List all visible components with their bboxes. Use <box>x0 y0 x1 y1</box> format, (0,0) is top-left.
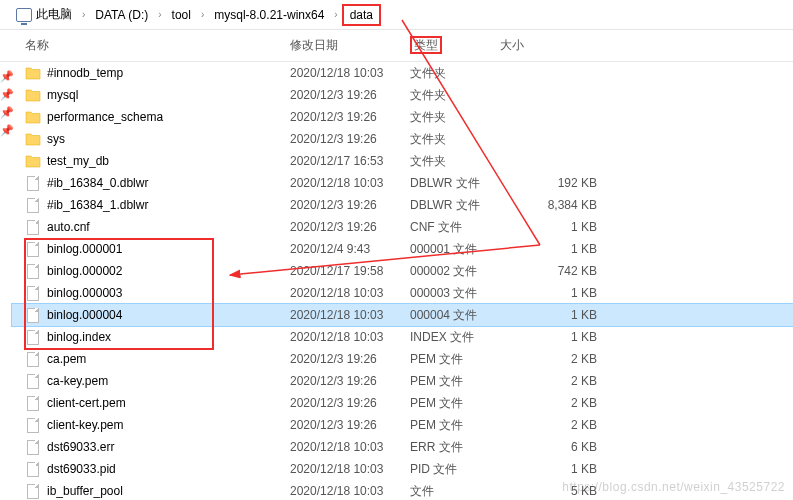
file-type: 000001 文件 <box>410 241 515 258</box>
file-icon <box>25 351 41 367</box>
file-list: #innodb_temp2020/12/18 10:03文件夹mysql2020… <box>0 62 793 500</box>
file-icon <box>25 373 41 389</box>
file-name: mysql <box>47 88 290 102</box>
breadcrumb-item[interactable]: mysql-8.0.21-winx64 <box>208 6 330 24</box>
chevron-right-icon: › <box>330 9 341 20</box>
breadcrumb-item[interactable]: tool <box>166 6 197 24</box>
folder-row[interactable]: #innodb_temp2020/12/18 10:03文件夹 <box>12 62 793 84</box>
file-size: 1 KB <box>515 462 615 476</box>
file-row[interactable]: binlog.index2020/12/18 10:03INDEX 文件1 KB <box>12 326 793 348</box>
breadcrumb-label: mysql-8.0.21-winx64 <box>214 8 324 22</box>
file-type: 000003 文件 <box>410 285 515 302</box>
file-name: performance_schema <box>47 110 290 124</box>
file-icon <box>25 241 41 257</box>
file-date: 2020/12/3 19:26 <box>290 418 410 432</box>
file-row[interactable]: client-key.pem2020/12/3 19:26PEM 文件2 KB <box>12 414 793 436</box>
file-type: PEM 文件 <box>410 373 515 390</box>
file-row[interactable]: dst69033.err2020/12/18 10:03ERR 文件6 KB <box>12 436 793 458</box>
file-type: 文件夹 <box>410 153 515 170</box>
file-size: 2 KB <box>515 374 615 388</box>
file-name: #ib_16384_1.dblwr <box>47 198 290 212</box>
file-size: 1 KB <box>515 308 615 322</box>
file-date: 2020/12/18 10:03 <box>290 286 410 300</box>
file-type: INDEX 文件 <box>410 329 515 346</box>
folder-row[interactable]: sys2020/12/3 19:26文件夹 <box>12 128 793 150</box>
file-type: 文件夹 <box>410 131 515 148</box>
column-header-type[interactable]: 类型 <box>410 37 442 54</box>
file-size: 8,384 KB <box>515 198 615 212</box>
file-icon <box>25 395 41 411</box>
file-icon <box>25 439 41 455</box>
folder-row[interactable]: performance_schema2020/12/3 19:26文件夹 <box>12 106 793 128</box>
file-date: 2020/12/3 19:26 <box>290 198 410 212</box>
chevron-right-icon: › <box>154 9 165 20</box>
file-name: sys <box>47 132 290 146</box>
file-row[interactable]: binlog.0000012020/12/4 9:43000001 文件1 KB <box>12 238 793 260</box>
file-icon <box>25 285 41 301</box>
column-header-row: 名称 修改日期 类型 大小 <box>0 30 793 62</box>
file-row[interactable]: binlog.0000022020/12/17 19:58000002 文件74… <box>12 260 793 282</box>
chevron-right-icon: › <box>197 9 208 20</box>
file-name: binlog.000004 <box>47 308 290 322</box>
file-icon <box>25 461 41 477</box>
file-date: 2020/12/3 19:26 <box>290 88 410 102</box>
file-row[interactable]: auto.cnf2020/12/3 19:26CNF 文件1 KB <box>12 216 793 238</box>
chevron-right-icon: › <box>78 9 89 20</box>
file-icon <box>25 197 41 213</box>
breadcrumb-item[interactable]: data <box>342 4 381 26</box>
file-row[interactable]: client-cert.pem2020/12/3 19:26PEM 文件2 KB <box>12 392 793 414</box>
file-type: PEM 文件 <box>410 395 515 412</box>
file-type: 文件夹 <box>410 87 515 104</box>
watermark: https://blog.csdn.net/weixin_43525722 <box>562 480 785 494</box>
file-icon <box>25 307 41 323</box>
column-header-date[interactable]: 修改日期 <box>290 37 410 54</box>
file-type: 000002 文件 <box>410 263 515 280</box>
breadcrumb-label: tool <box>172 8 191 22</box>
file-size: 1 KB <box>515 220 615 234</box>
file-icon <box>25 219 41 235</box>
file-type: 文件夹 <box>410 109 515 126</box>
file-name: #innodb_temp <box>47 66 290 80</box>
breadcrumb-item[interactable]: 此电脑 <box>10 4 78 25</box>
file-date: 2020/12/3 19:26 <box>290 352 410 366</box>
file-row[interactable]: ca-key.pem2020/12/3 19:26PEM 文件2 KB <box>12 370 793 392</box>
file-date: 2020/12/18 10:03 <box>290 308 410 322</box>
file-date: 2020/12/17 19:58 <box>290 264 410 278</box>
folder-icon <box>25 65 41 81</box>
file-row[interactable]: binlog.0000032020/12/18 10:03000003 文件1 … <box>12 282 793 304</box>
breadcrumb-label: data <box>350 8 373 22</box>
column-header-name[interactable]: 名称 <box>25 37 290 54</box>
file-date: 2020/12/3 19:26 <box>290 220 410 234</box>
file-date: 2020/12/18 10:03 <box>290 176 410 190</box>
file-date: 2020/12/3 19:26 <box>290 110 410 124</box>
folder-icon <box>25 87 41 103</box>
file-date: 2020/12/3 19:26 <box>290 374 410 388</box>
file-row[interactable]: ca.pem2020/12/3 19:26PEM 文件2 KB <box>12 348 793 370</box>
file-icon <box>25 263 41 279</box>
file-size: 1 KB <box>515 330 615 344</box>
file-row[interactable]: dst69033.pid2020/12/18 10:03PID 文件1 KB <box>12 458 793 480</box>
file-size: 1 KB <box>515 286 615 300</box>
file-type: ERR 文件 <box>410 439 515 456</box>
file-name: auto.cnf <box>47 220 290 234</box>
file-date: 2020/12/3 19:26 <box>290 396 410 410</box>
file-size: 2 KB <box>515 352 615 366</box>
file-size: 2 KB <box>515 418 615 432</box>
file-type: PID 文件 <box>410 461 515 478</box>
file-name: client-cert.pem <box>47 396 290 410</box>
file-size: 1 KB <box>515 242 615 256</box>
breadcrumb-item[interactable]: DATA (D:) <box>89 6 154 24</box>
file-name: test_my_db <box>47 154 290 168</box>
folder-row[interactable]: mysql2020/12/3 19:26文件夹 <box>12 84 793 106</box>
column-header-size[interactable]: 大小 <box>442 37 542 54</box>
folder-icon <box>25 153 41 169</box>
folder-row[interactable]: test_my_db2020/12/17 16:53文件夹 <box>12 150 793 172</box>
file-size: 742 KB <box>515 264 615 278</box>
file-type: DBLWR 文件 <box>410 175 515 192</box>
file-date: 2020/12/18 10:03 <box>290 484 410 498</box>
file-row[interactable]: binlog.0000042020/12/18 10:03000004 文件1 … <box>12 304 793 326</box>
file-row[interactable]: #ib_16384_1.dblwr2020/12/3 19:26DBLWR 文件… <box>12 194 793 216</box>
file-name: binlog.000003 <box>47 286 290 300</box>
breadcrumb-label: DATA (D:) <box>95 8 148 22</box>
file-row[interactable]: #ib_16384_0.dblwr2020/12/18 10:03DBLWR 文… <box>12 172 793 194</box>
